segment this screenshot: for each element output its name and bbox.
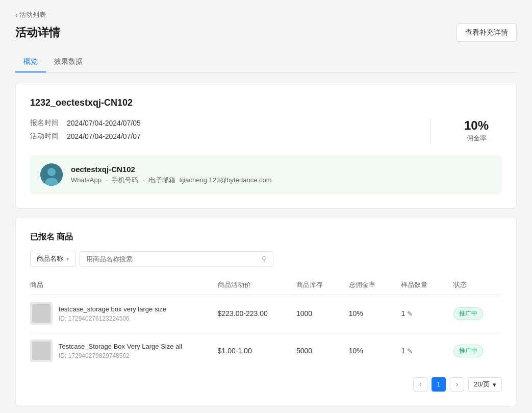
filter-label: 商品名称 [37, 254, 63, 263]
filter-row: 商品名称 ▾ ⚲ [30, 251, 502, 267]
svg-point-1 [47, 168, 56, 176]
col-price: 商品活动价 [214, 275, 292, 295]
search-icon[interactable]: ⚲ [262, 255, 267, 263]
info-left: 报名时间 2024/07/04-2024/07/05 活动时间 2024/07/… [30, 118, 410, 145]
creator-card: oectestxqj-CN102 WhatsApp - 手机号码 - 电子邮箱 … [30, 155, 502, 194]
campaign-card: 1232_oectestxqj-CN102 报名时间 2024/07/04-20… [15, 83, 517, 209]
current-page-button[interactable]: 1 [432, 377, 446, 392]
status-cell-2: 推广中 [449, 332, 502, 370]
products-card: 已报名 商品 商品名称 ▾ ⚲ 商品 商品活动价 商品库存 总佣金率 样品数量 [15, 217, 517, 406]
next-page-button[interactable]: › [450, 377, 464, 392]
product-cell-1: testcase_storage box very large size ID:… [30, 295, 214, 332]
info-row: 报名时间 2024/07/04-2024/07/05 活动时间 2024/07/… [30, 118, 502, 145]
table-header-row: 商品 商品活动价 商品库存 总佣金率 样品数量 状态 [30, 275, 502, 295]
creator-contacts: WhatsApp - 手机号码 - 电子邮箱 lijiacheng.123@by… [71, 176, 492, 185]
col-sample: 样品数量 [397, 275, 449, 295]
campaign-id: 1232_oectestxqj-CN102 [30, 98, 502, 108]
tab-overview[interactable]: 概览 [15, 52, 46, 72]
activity-time-item: 活动时间 2024/07/04-2024/07/07 [30, 132, 410, 141]
sample-cell-2: 1 ✎ [397, 332, 449, 370]
sample-count-1: 1 [401, 309, 405, 318]
status-cell-1: 推广中 [449, 295, 502, 332]
creator-info: oectestxqj-CN102 WhatsApp - 手机号码 - 电子邮箱 … [71, 165, 492, 185]
register-time-item: 报名时间 2024/07/04-2024/07/05 [30, 118, 410, 128]
commission-rate: 10% [451, 118, 502, 133]
whatsapp-label: WhatsApp [71, 176, 102, 184]
edit-icon-2[interactable]: ✎ [407, 347, 413, 355]
sample-cell-1: 1 ✎ [397, 295, 449, 332]
product-id-2: ID: 172940279829748562 [59, 352, 182, 359]
page-header: 活动详情 查看补充详情 [15, 23, 517, 42]
table-row: testcase_storage box very large size ID:… [30, 295, 502, 332]
phone-label: 手机号码 [112, 176, 138, 185]
commission-cell-1: 10% [345, 295, 397, 332]
tab-effect[interactable]: 效果数据 [46, 52, 91, 72]
separator-2: - [142, 176, 144, 184]
activity-time-label: 活动时间 [30, 132, 61, 141]
pagination: ‹ 1 › 20/页 ▾ [30, 377, 502, 392]
register-time-value: 2024/07/04-2024/07/05 [67, 119, 141, 127]
stock-cell-2: 5000 [292, 332, 345, 370]
commission-cell-2: 10% [345, 332, 397, 370]
chevron-down-icon: ▾ [66, 256, 69, 262]
view-detail-button[interactable]: 查看补充详情 [457, 23, 517, 42]
info-right: 10% 佣金率 [451, 118, 502, 143]
price-cell-2: $1.00-1.00 [214, 332, 292, 370]
page-size-select[interactable]: 20/页 ▾ [468, 377, 502, 392]
prev-page-button[interactable]: ‹ [413, 377, 427, 392]
page-size-chevron-icon: ▾ [493, 381, 496, 388]
product-id-1: ID: 172940276123224506 [59, 315, 166, 322]
status-badge-2: 推广中 [453, 345, 483, 357]
product-name-2: Testcase_Storage Box Very Large Size all [59, 342, 182, 351]
price-cell-1: $223.00-223.00 [214, 295, 292, 332]
col-status: 状态 [449, 275, 502, 295]
separator-1: - [106, 176, 108, 184]
product-thumbnail-2 [30, 339, 53, 362]
info-divider [430, 118, 430, 144]
tab-bar: 概览 效果数据 [15, 52, 517, 72]
commission-label: 佣金率 [451, 134, 502, 143]
stock-cell-1: 1000 [292, 295, 345, 332]
breadcrumb[interactable]: ‹ 活动列表 [15, 10, 517, 19]
product-cell-2: Testcase_Storage Box Very Large Size all… [30, 332, 214, 370]
edit-icon-1[interactable]: ✎ [407, 310, 413, 318]
register-time-label: 报名时间 [30, 118, 61, 128]
product-name-1: testcase_storage box very large size [59, 305, 166, 314]
search-wrap: ⚲ [80, 251, 273, 266]
col-stock: 商品库存 [292, 275, 345, 295]
col-commission: 总佣金率 [345, 275, 397, 295]
creator-name: oectestxqj-CN102 [71, 165, 492, 174]
activity-time-value: 2024/07/04-2024/07/07 [67, 132, 141, 140]
page-size-label: 20/页 [474, 380, 490, 389]
email-label: 电子邮箱 [149, 176, 175, 185]
products-table: 商品 商品活动价 商品库存 总佣金率 样品数量 状态 [30, 275, 502, 369]
col-product: 商品 [30, 275, 214, 295]
avatar [40, 163, 63, 186]
breadcrumb-label: 活动列表 [19, 10, 46, 19]
section-title: 已报名 商品 [30, 232, 502, 242]
product-thumbnail-1 [30, 302, 53, 325]
product-info-1: testcase_storage box very large size ID:… [59, 305, 166, 322]
product-info-2: Testcase_Storage Box Very Large Size all… [59, 342, 182, 359]
breadcrumb-chevron: ‹ [15, 11, 17, 19]
status-badge-1: 推广中 [453, 307, 483, 320]
page-container: ‹ 活动列表 活动详情 查看补充详情 概览 效果数据 1232_oectestx… [0, 0, 532, 413]
table-row: Testcase_Storage Box Very Large Size all… [30, 332, 502, 370]
page-title: 活动详情 [15, 25, 60, 40]
sample-count-2: 1 [401, 347, 405, 355]
search-input[interactable] [86, 255, 262, 263]
product-filter-select[interactable]: 商品名称 ▾ [30, 251, 75, 267]
email-value: lijiacheng.123@bytedance.com [180, 176, 272, 184]
